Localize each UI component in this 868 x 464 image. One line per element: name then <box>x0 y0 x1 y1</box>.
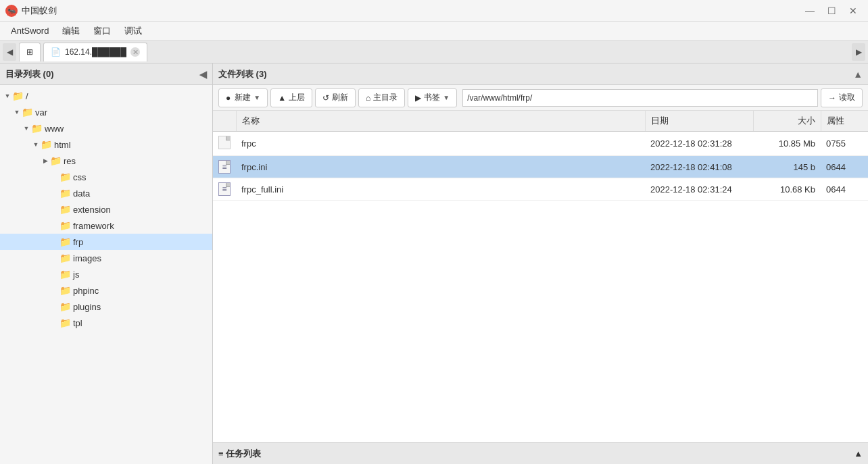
col-header-attr[interactable]: 属性 <box>821 111 868 132</box>
file-date: 2022-12-18 02:31:28 <box>645 132 753 156</box>
path-input[interactable] <box>462 89 818 107</box>
col-header-name[interactable]: 名称 <box>236 111 645 132</box>
file-date: 2022-12-18 02:31:24 <box>645 178 753 201</box>
tree-toggle-res[interactable]: ▶ <box>41 156 50 165</box>
tree-item-images[interactable]: 📁 images <box>0 250 212 266</box>
folder-icon-frp: 📁 <box>59 236 70 247</box>
menu-edit[interactable]: 编辑 <box>57 24 85 38</box>
col-header-size[interactable]: 大小 <box>753 111 821 132</box>
tree-toggle-extension <box>50 205 59 214</box>
file-date: 2022-12-18 02:41:08 <box>645 156 753 178</box>
tree-label-var: var <box>35 107 47 118</box>
window-controls: — ☐ ✕ <box>800 4 863 18</box>
bookmark-button[interactable]: ▶ 书签 ▼ <box>408 88 457 107</box>
new-button[interactable]: ● 新建 ▼ <box>218 88 268 107</box>
tree-toggle-data <box>50 188 59 198</box>
folder-icon-www: 📁 <box>31 123 42 134</box>
tree-toggle-www[interactable]: ▼ <box>22 124 31 133</box>
file-icon <box>218 182 231 196</box>
left-panel-title: 目录列表 (0) <box>5 68 54 80</box>
tree-item-frp[interactable]: 📁 frp <box>0 234 212 250</box>
new-icon: ● <box>226 93 231 103</box>
read-label: 读取 <box>839 92 855 103</box>
tree-item-var[interactable]: ▼ 📁 var <box>0 104 212 120</box>
tree-toggle-root[interactable]: ▼ <box>3 91 12 101</box>
tree-toggle-framework <box>50 221 59 230</box>
tree-item-css[interactable]: 📁 css <box>0 169 212 185</box>
left-panel-header: 目录列表 (0) ◀ <box>0 63 212 85</box>
title-bar: 🐜 中国蚁剑 — ☐ ✕ <box>0 0 868 22</box>
left-panel-collapse-button[interactable]: ◀ <box>199 69 207 80</box>
tree-item-plugins[interactable]: 📁 plugins <box>0 299 212 315</box>
app-title: 中国蚁剑 <box>22 5 800 17</box>
tree-label-root: / <box>26 91 28 101</box>
file-attr: 0644 <box>821 156 868 178</box>
left-panel: 目录列表 (0) ◀ ▼ 📁 / ▼ 📁 var ▼ 📁 www <box>0 63 213 464</box>
refresh-button[interactable]: ↺ 刷新 <box>315 88 356 107</box>
menu-antsword[interactable]: AntSword <box>5 24 54 37</box>
file-name[interactable]: frpc.ini <box>236 156 645 178</box>
tree-toggle-images <box>50 253 59 263</box>
up-button[interactable]: ▲ 上层 <box>270 88 312 107</box>
tree-label-phpinc: phpinc <box>73 286 99 296</box>
directory-tree: ▼ 📁 / ▼ 📁 var ▼ 📁 www ▼ 📁 html <box>0 85 212 464</box>
close-button[interactable]: ✕ <box>844 4 863 18</box>
file-name[interactable]: frpc <box>236 132 645 156</box>
task-panel-title: ≡ 任务列表 <box>218 448 261 460</box>
home-icon: ⌂ <box>366 93 370 103</box>
home-button[interactable]: ⌂ 主目录 <box>358 88 405 107</box>
tree-toggle-var[interactable]: ▼ <box>12 107 22 117</box>
tree-item-tpl[interactable]: 📁 tpl <box>0 315 212 331</box>
folder-icon-css: 📁 <box>59 172 70 182</box>
refresh-label: 刷新 <box>332 92 348 103</box>
right-panel-collapse-button[interactable]: ▲ <box>853 69 863 80</box>
right-panel-title: 文件列表 (3) <box>218 68 267 80</box>
file-icon <box>218 160 231 174</box>
tree-item-js[interactable]: 📁 js <box>0 266 212 282</box>
table-header-row: 名称 日期 大小 属性 <box>213 111 868 132</box>
tree-item-root[interactable]: ▼ 📁 / <box>0 88 212 104</box>
tree-item-framework[interactable]: 📁 framework <box>0 217 212 234</box>
tree-toggle-html[interactable]: ▼ <box>31 140 41 149</box>
menu-debug[interactable]: 调试 <box>119 24 147 38</box>
tree-item-data[interactable]: 📁 data <box>0 185 212 201</box>
maximize-button[interactable]: ☐ <box>822 4 841 18</box>
table-row[interactable]: frpc 2022-12-18 02:31:28 10.85 Mb 0755 <box>213 132 868 156</box>
read-button[interactable]: → 读取 <box>821 88 863 107</box>
folder-icon-extension: 📁 <box>59 204 70 215</box>
folder-icon-plugins: 📁 <box>59 301 70 312</box>
tree-item-phpinc[interactable]: 📁 phpinc <box>0 282 212 299</box>
tree-item-html[interactable]: ▼ 📁 html <box>0 136 212 153</box>
tab-connection[interactable]: 📄 162.14.██████ ✕ <box>43 43 147 61</box>
folder-icon-html: 📁 <box>41 139 51 150</box>
col-header-date[interactable]: 日期 <box>645 111 753 132</box>
tab-close-button[interactable]: ✕ <box>130 47 140 57</box>
task-panel-collapse[interactable]: ▲ <box>854 448 863 459</box>
tree-item-res[interactable]: ▶ 📁 res <box>0 153 212 169</box>
tree-label-framework: framework <box>73 221 114 231</box>
tab-nav-left[interactable]: ◀ <box>3 43 16 61</box>
file-icon-cell <box>213 156 236 178</box>
menu-window[interactable]: 窗口 <box>88 24 116 38</box>
tree-label-js: js <box>73 269 79 280</box>
folder-icon-tpl: 📁 <box>59 317 70 328</box>
tree-item-extension[interactable]: 📁 extension <box>0 201 212 217</box>
tab-nav-right[interactable]: ▶ <box>852 43 865 61</box>
tree-toggle-frp <box>50 237 59 247</box>
folder-icon-var: 📁 <box>22 107 32 118</box>
tree-toggle-js <box>50 269 59 279</box>
tree-item-www[interactable]: ▼ 📁 www <box>0 120 212 136</box>
tab-grid[interactable]: ⊞ <box>19 43 41 61</box>
tree-label-plugins: plugins <box>73 302 101 312</box>
right-panel: 文件列表 (3) ▲ ● 新建 ▼ ▲ 上层 ↺ 刷新 ⌂ 主目录 ▶ <box>213 63 868 464</box>
up-icon: ▲ <box>278 93 286 103</box>
folder-icon-js: 📁 <box>59 269 70 280</box>
table-row[interactable]: frpc_full.ini 2022-12-18 02:31:24 10.68 … <box>213 178 868 201</box>
minimize-button[interactable]: — <box>800 4 819 18</box>
bookmark-label: 书签 <box>424 92 440 103</box>
task-panel: ≡ 任务列表 ▲ <box>213 442 868 464</box>
file-name[interactable]: frpc_full.ini <box>236 178 645 201</box>
tree-toggle-css <box>50 172 59 182</box>
bookmark-icon: ▶ <box>415 93 421 103</box>
table-row[interactable]: frpc.ini 2022-12-18 02:41:08 145 b 0644 <box>213 156 868 178</box>
